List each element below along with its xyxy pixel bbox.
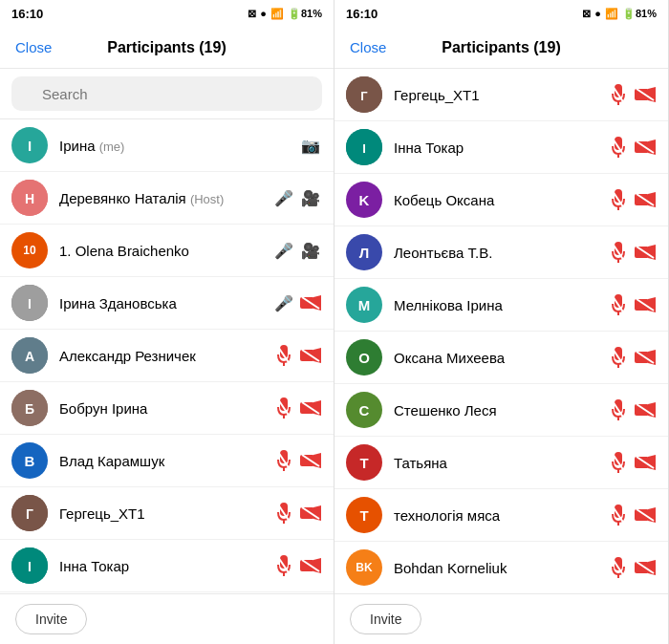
list-item: Л Леонтьєва Т.В. xyxy=(334,226,668,279)
participant-name: Бобрун Ірина xyxy=(59,400,272,417)
mic-icon xyxy=(607,346,630,369)
icons-group xyxy=(607,241,657,264)
icons-group xyxy=(607,504,657,526)
icons-group xyxy=(272,397,322,419)
list-item: І Інна Токар xyxy=(334,121,668,174)
participant-name: Александр Резничек xyxy=(59,348,272,364)
list-item: Г Гергець_ХТ1 xyxy=(334,69,668,121)
avatar: T xyxy=(346,497,382,533)
avatar: І xyxy=(11,547,48,584)
notification-icon: ⊠ xyxy=(248,8,256,20)
list-item: 10 1. Olena Braichenko 🎤 🎥 xyxy=(0,225,334,277)
svg-text:І: І xyxy=(362,141,366,156)
list-item: T технологія мяса xyxy=(334,489,668,542)
avatar: BK xyxy=(346,549,382,586)
icons-group xyxy=(607,136,657,159)
participant-name: Кобець Оксана xyxy=(394,192,607,208)
cam-icon xyxy=(299,344,322,367)
mic-icon xyxy=(607,451,630,474)
cam-icon xyxy=(299,291,322,314)
battery-icon-r: 🔋81% xyxy=(622,8,657,20)
icons-group xyxy=(272,554,322,577)
time-left: 16:10 xyxy=(11,7,43,21)
mic-icon xyxy=(272,449,295,472)
icons-group: 📷 xyxy=(299,134,322,157)
invite-button-left[interactable]: Invite xyxy=(15,604,87,634)
avatar: Г xyxy=(346,76,382,113)
participant-role: (me) xyxy=(99,140,125,154)
icons-group xyxy=(607,188,657,211)
mic-icon xyxy=(607,556,630,579)
participant-name: технологія мяса xyxy=(394,507,607,524)
invite-button-right[interactable]: Invite xyxy=(350,604,421,634)
participant-name: Гергець_ХТ1 xyxy=(59,505,272,522)
svg-text:Г: Г xyxy=(26,506,33,522)
list-item: O Оксана Михеева xyxy=(334,332,668,384)
avatar: K xyxy=(346,182,382,218)
svg-text:Б: Б xyxy=(25,401,34,417)
list-item: C Стешенко Леся xyxy=(334,384,668,437)
participant-name: Оксана Михеева xyxy=(394,350,607,366)
cam-icon: 📷 xyxy=(299,134,322,157)
participant-name: 1. Olena Braichenko xyxy=(59,243,272,259)
icons-group xyxy=(607,83,657,106)
svg-text:І: І xyxy=(28,559,32,574)
cam-icon xyxy=(299,397,322,419)
icons-group: 🎤 🎥 xyxy=(272,186,322,209)
icons-group xyxy=(607,556,657,579)
participant-name: Інна Токар xyxy=(59,558,272,574)
icons-group xyxy=(607,293,657,316)
avatar: І xyxy=(11,285,48,321)
cam-icon: 🎥 xyxy=(299,239,322,262)
cam-icon xyxy=(634,451,657,474)
avatar: M xyxy=(346,287,382,323)
signal-icon: 📶 xyxy=(270,8,284,20)
mic-icon xyxy=(607,504,630,526)
avatar: 10 xyxy=(11,232,48,268)
signal-icon-r: 📶 xyxy=(605,8,618,20)
avatar: T xyxy=(346,444,382,481)
list-item: K Кобець Оксана xyxy=(334,174,668,226)
cam-icon xyxy=(634,241,657,264)
mic-icon xyxy=(607,293,630,316)
close-button-right[interactable]: Close xyxy=(350,39,386,55)
time-right: 16:10 xyxy=(346,7,378,21)
mic-icon xyxy=(272,397,295,419)
mic-icon: 🎤 xyxy=(272,291,295,314)
cam-icon xyxy=(299,449,322,472)
cam-icon xyxy=(299,502,322,525)
participant-name: Деревянко Наталія (Host) xyxy=(59,190,272,206)
cam-icon xyxy=(634,293,657,316)
notification-icon-r: ⊠ xyxy=(582,8,591,20)
status-icons-left: ⊠ ● 📶 🔋81% xyxy=(248,8,322,20)
icons-group xyxy=(607,346,657,369)
close-button-left[interactable]: Close xyxy=(15,39,52,55)
icons-group xyxy=(607,398,657,421)
cam-icon xyxy=(634,83,657,106)
avatar: І xyxy=(346,129,382,165)
invite-bar-left: Invite xyxy=(0,593,334,644)
whatsapp-icon-r: ● xyxy=(594,8,601,19)
svg-text:Г: Г xyxy=(360,89,368,103)
mic-icon: 🎤 xyxy=(272,239,295,262)
participant-name: Гергець_ХТ1 xyxy=(394,87,607,103)
icons-group xyxy=(272,502,322,525)
svg-text:І: І xyxy=(28,296,32,311)
cam-icon: 🎥 xyxy=(299,186,322,209)
search-input[interactable] xyxy=(11,76,322,111)
avatar: А xyxy=(11,337,48,374)
participant-role: (Host) xyxy=(190,192,224,206)
icons-group: 🎤 🎥 xyxy=(272,239,322,262)
header-left: Close Participants (19) xyxy=(0,27,334,69)
participant-name: Інна Токар xyxy=(394,140,607,156)
participant-name: Мелнікова Ірина xyxy=(394,297,607,313)
participant-name: Татьяна xyxy=(394,455,607,471)
avatar: Н xyxy=(11,180,48,216)
status-bar-left: 16:10 ⊠ ● 📶 🔋81% xyxy=(0,0,334,27)
list-item: Г Гергець_ХТ1 xyxy=(0,487,334,540)
cam-icon xyxy=(634,188,657,211)
list-item: B Влад Карамшук xyxy=(0,435,334,487)
invite-bar-right: Invite xyxy=(334,593,668,644)
list-item: I Ірина (me) 📷 xyxy=(0,119,334,172)
mic-icon xyxy=(607,136,630,159)
